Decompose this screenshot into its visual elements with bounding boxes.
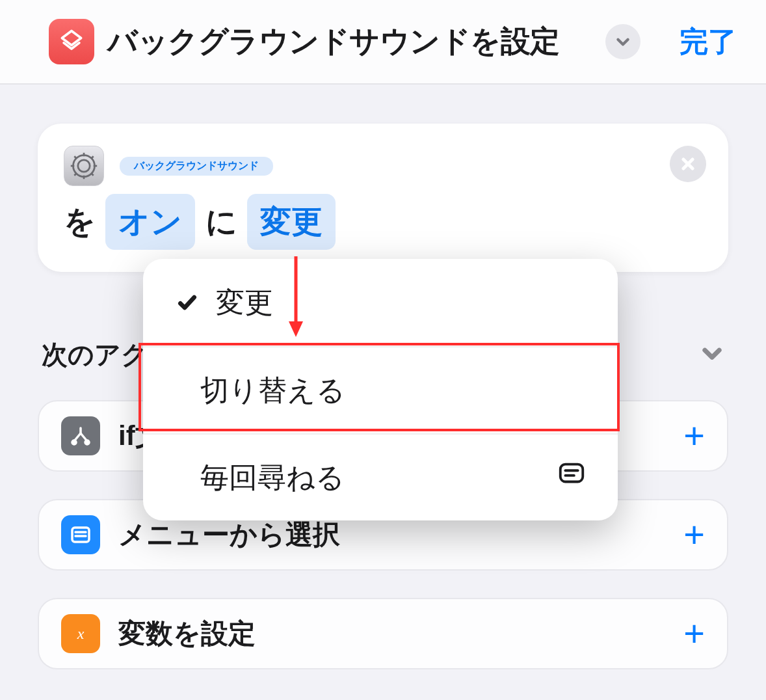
title-options-button[interactable] <box>605 24 641 59</box>
param-target-token[interactable]: バックグラウンドサウンド <box>120 157 273 176</box>
branch-icon <box>61 416 100 455</box>
close-icon <box>680 156 696 172</box>
settings-app-icon <box>64 146 104 186</box>
chevron-down-icon <box>700 341 724 366</box>
suggestion-row-variable[interactable]: x 変数を設定 + <box>38 598 728 669</box>
chevron-down-icon <box>614 33 631 50</box>
svg-line-9 <box>91 173 94 176</box>
add-suggestion-button[interactable]: + <box>683 414 705 457</box>
svg-point-12 <box>72 440 76 444</box>
popover-item-ask[interactable]: 毎回尋ねる <box>143 433 618 520</box>
svg-line-8 <box>74 156 77 159</box>
shortcuts-app-icon <box>49 19 94 64</box>
suggestion-label: メニューから選択 <box>118 517 665 553</box>
page-title: バックグラウンドサウンドを設定 <box>107 21 592 62</box>
svg-text:x: x <box>77 625 85 642</box>
svg-rect-14 <box>72 528 89 542</box>
popover-item-label: 毎回尋ねる <box>200 459 345 497</box>
svg-rect-18 <box>561 464 583 482</box>
header-bar: バックグラウンドサウンドを設定 完了 <box>0 0 766 85</box>
svg-line-10 <box>91 156 94 159</box>
add-suggestion-button[interactable]: + <box>683 612 705 654</box>
svg-point-13 <box>85 440 89 444</box>
remove-action-button[interactable] <box>670 146 706 182</box>
connector-text: を <box>64 204 96 239</box>
done-button[interactable]: 完了 <box>680 23 737 61</box>
svg-point-3 <box>78 160 90 172</box>
variable-icon: x <box>61 614 100 653</box>
checkmark-icon <box>174 292 200 313</box>
message-icon <box>557 459 587 496</box>
add-suggestion-button[interactable]: + <box>683 513 705 556</box>
action-card[interactable]: バックグラウンドサウンド を オン に 変更 <box>38 124 728 272</box>
popover-item-toggle[interactable]: 切り替える <box>143 346 618 433</box>
popover-item-change[interactable]: 変更 <box>143 259 618 346</box>
svg-line-11 <box>74 173 77 176</box>
operation-popover: 変更 切り替える 毎回尋ねる <box>143 259 618 520</box>
connector-text: に <box>205 204 237 239</box>
menu-icon <box>61 515 100 554</box>
suggestion-label: 変数を設定 <box>118 615 665 652</box>
param-state-token[interactable]: オン <box>105 194 195 250</box>
param-operation-token[interactable]: 変更 <box>247 194 336 250</box>
popover-item-label: 変更 <box>216 284 273 322</box>
suggestions-chevron <box>700 341 724 368</box>
popover-item-label: 切り替える <box>200 371 345 410</box>
